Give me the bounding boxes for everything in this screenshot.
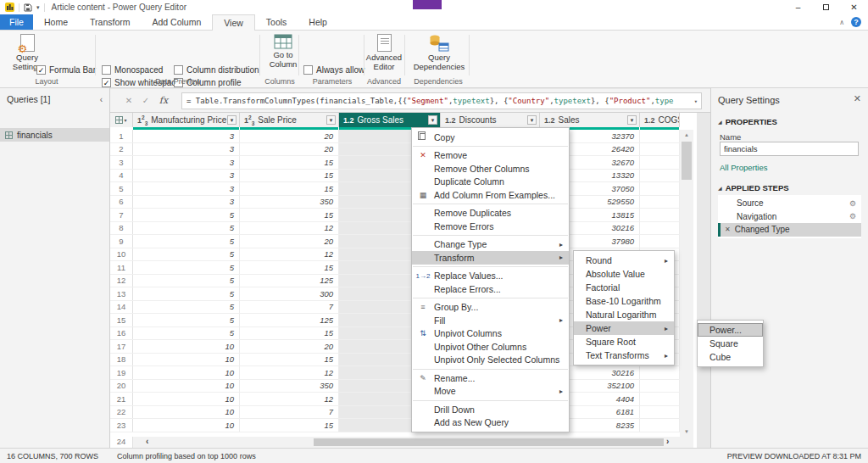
collapse-ribbon-icon[interactable]: ∧ [839, 19, 844, 26]
row-number[interactable]: 19 [110, 366, 133, 379]
column-header-discounts[interactable]: 1.2Discounts▾ [441, 113, 540, 127]
grid-cell[interactable]: 125 [240, 275, 339, 287]
filter-button-icon[interactable]: ▾ [527, 115, 537, 125]
grid-cell[interactable]: 10 [133, 366, 240, 379]
grid-cell[interactable]: 20 [240, 130, 339, 142]
row-number[interactable]: 11 [110, 261, 133, 274]
select-all-columns-button[interactable]: ▾ [110, 113, 133, 127]
grid-cell[interactable]: 12 [240, 366, 339, 379]
grid-cell[interactable]: 15 [240, 354, 339, 366]
scroll-down-icon[interactable]: ▼ [680, 429, 693, 434]
row-number[interactable]: 23 [110, 419, 133, 432]
checkbox-box[interactable] [303, 65, 313, 75]
grid-cell[interactable]: 3 [133, 170, 240, 182]
row-number[interactable]: 8 [110, 222, 133, 235]
grid-cell[interactable] [640, 419, 680, 432]
horizontal-scrollbar[interactable]: 24 ‹ › [110, 437, 693, 448]
grid-cell[interactable]: 3 [133, 130, 240, 142]
gear-icon[interactable]: ⚙ [849, 212, 856, 220]
filter-button-icon[interactable]: ▾ [627, 115, 637, 125]
column-type-icon[interactable]: 123 [244, 114, 254, 126]
vertical-scroll-thumb[interactable] [682, 142, 692, 180]
filter-button-icon[interactable]: ▾ [428, 115, 437, 125]
menu-item-change-type[interactable]: Change Type▸ [412, 238, 569, 252]
grid-cell[interactable]: 20 [240, 340, 339, 353]
grid-cell[interactable]: 5 [133, 235, 240, 248]
formula-input[interactable]: = Table.TransformColumnTypes(financials_… [181, 92, 702, 109]
filter-button-icon[interactable]: ▾ [326, 115, 336, 125]
menu-item-move[interactable]: Move▸ [412, 385, 569, 399]
grid-cell[interactable] [640, 143, 680, 156]
horizontal-scroll-thumb[interactable] [314, 438, 664, 446]
menu-item-drill-down[interactable]: Drill Down [412, 403, 569, 416]
save-icon[interactable] [24, 3, 32, 12]
grid-cell[interactable]: 350 [240, 196, 339, 209]
menu-item-add-column-from-examples[interactable]: ▦Add Column From Examples... [412, 188, 569, 202]
column-header-manufacturing-price[interactable]: 123Manufacturing Price▾ [133, 113, 240, 127]
menu-item-fill[interactable]: Fill▸ [412, 314, 569, 327]
checkbox-always-allow[interactable]: Always allow [303, 65, 364, 75]
grid-cell[interactable]: 5 [133, 209, 240, 221]
row-number[interactable]: 3 [110, 156, 133, 169]
column-header-sales[interactable]: 1.2Sales▾ [540, 113, 640, 127]
menu-item-absolute-value[interactable]: Absolute Value [574, 267, 674, 281]
grid-cell[interactable] [640, 130, 680, 142]
minimize-button[interactable]: – [784, 0, 812, 14]
tab-home[interactable]: Home [33, 14, 79, 30]
grid-cell[interactable]: 3 [133, 196, 240, 209]
grid-cell[interactable]: 12 [240, 222, 339, 235]
scroll-up-icon[interactable]: ▲ [680, 132, 693, 137]
cancel-formula-icon[interactable]: ✕ [120, 96, 137, 105]
grid-cell[interactable]: 15 [240, 182, 339, 195]
row-number[interactable]: 10 [110, 248, 133, 261]
grid-cell[interactable]: 15 [240, 261, 339, 274]
column-type-icon[interactable]: 1.2 [343, 116, 354, 125]
gear-icon[interactable]: ⚙ [849, 199, 856, 208]
query-name-input[interactable] [720, 142, 859, 156]
applied-step-changed-type[interactable]: ✕Changed Type [718, 223, 861, 237]
grid-cell[interactable]: 5 [133, 301, 240, 314]
menu-item-round[interactable]: Round▸ [574, 254, 674, 267]
grid-cell[interactable] [640, 393, 680, 405]
properties-section-header[interactable]: ◢ PROPERTIES [718, 117, 777, 126]
menu-item-remove-duplicates[interactable]: Remove Duplicates [412, 207, 569, 220]
tab-add-column[interactable]: Add Column [141, 14, 212, 30]
collapse-queries-pane-icon[interactable]: ‹ [100, 95, 103, 104]
delete-step-icon[interactable]: ✕ [725, 226, 731, 233]
grid-cell[interactable]: 15 [240, 209, 339, 221]
quick-access-dropdown-icon[interactable]: ▾ [36, 4, 40, 11]
advanced-editor-button[interactable]: Advanced Editor [364, 34, 403, 72]
grid-cell[interactable]: 5 [133, 287, 240, 300]
checkbox-box[interactable] [174, 65, 183, 75]
tab-file[interactable]: File [0, 14, 33, 30]
menu-item-duplicate-column[interactable]: Duplicate Column [412, 176, 569, 189]
checkbox-formula-bar[interactable]: ✓Formula Bar [36, 65, 96, 75]
checkbox-box[interactable]: ✓ [36, 65, 46, 75]
grid-cell[interactable] [640, 196, 680, 209]
applied-steps-section-header[interactable]: ◢ APPLIED STEPS [718, 183, 789, 192]
grid-cell[interactable]: 5 [133, 261, 240, 274]
row-number[interactable]: 4 [110, 170, 133, 182]
menu-item-group-by[interactable]: ≡Group By... [412, 301, 569, 315]
row-number[interactable]: 6 [110, 196, 133, 209]
menu-item-unpivot-columns[interactable]: ⇅Unpivot Columns [412, 327, 569, 341]
grid-cell[interactable] [640, 366, 680, 379]
menu-item-remove-other-columns[interactable]: Remove Other Columns [412, 162, 569, 176]
grid-cell[interactable]: 3 [133, 156, 240, 169]
row-number[interactable]: 2 [110, 143, 133, 156]
grid-cell[interactable] [640, 170, 680, 182]
column-header-sale-price[interactable]: 123Sale Price▾ [240, 113, 339, 127]
menu-item-base-10-logarithm[interactable]: Base-10 Logarithm [574, 294, 674, 308]
row-number[interactable]: 9 [110, 235, 133, 248]
status-profiling-note[interactable]: Column profiling based on top 1000 rows [117, 452, 256, 460]
menu-item-power[interactable]: Power... [698, 323, 763, 337]
scroll-left-icon[interactable]: ‹ [146, 437, 148, 446]
row-number[interactable]: 5 [110, 182, 133, 195]
row-number[interactable]: 1 [110, 130, 133, 142]
row-number[interactable]: 16 [110, 327, 133, 340]
grid-cell[interactable]: 5 [133, 275, 240, 287]
menu-item-transform[interactable]: Transform▸ [412, 251, 569, 265]
grid-cell[interactable]: 125 [240, 314, 339, 326]
menu-item-replace-values[interactable]: 1→2Replace Values... [412, 270, 569, 283]
grid-cell[interactable] [640, 209, 680, 221]
